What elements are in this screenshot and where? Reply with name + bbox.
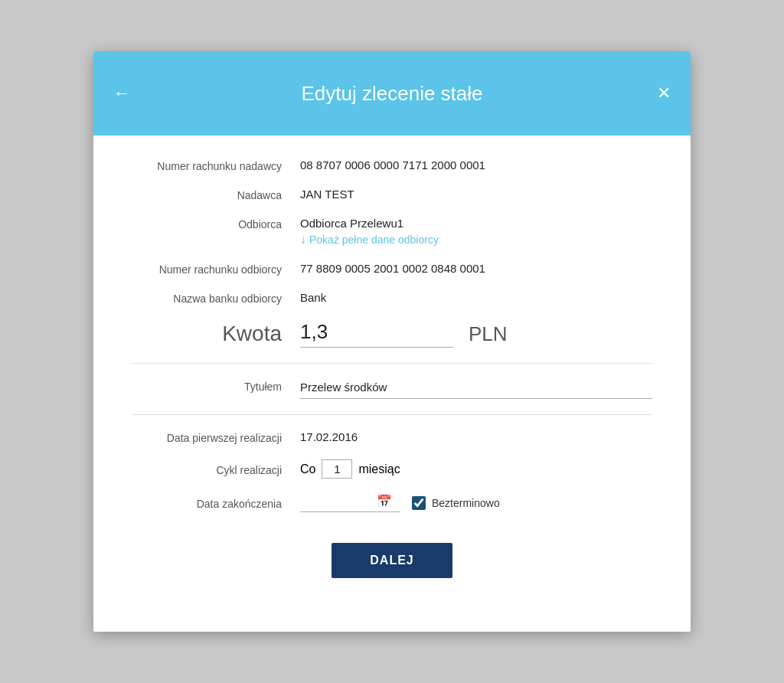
row-cykl-realizacji: Cykl realizacji Co miesiąc bbox=[132, 459, 652, 479]
modal-title: Edytuj zlecenie stałe bbox=[301, 82, 482, 106]
separator-kwota bbox=[132, 363, 652, 364]
nadawca-label: Nadawca bbox=[132, 188, 300, 201]
pokaz-pelne-dane-label: Pokaż pełne dane odbiorcy bbox=[309, 234, 439, 246]
row-numer-rachunku-odbiorcy: Numer rachunku odbiorcy 77 8809 0005 200… bbox=[132, 262, 652, 276]
data-pierwszej-realizacji-label: Data pierwszej realizacji bbox=[132, 430, 300, 444]
numer-rachunku-nadawcy-label: Numer rachunku nadawcy bbox=[132, 158, 300, 172]
tytul-label: Tytułem bbox=[132, 379, 300, 393]
bezterminowo-checkbox[interactable] bbox=[412, 496, 426, 510]
kwota-input[interactable] bbox=[300, 320, 453, 348]
back-button[interactable]: ← bbox=[107, 82, 136, 105]
nadawca-value: JAN TEST bbox=[300, 188, 652, 201]
numer-rachunku-odbiorcy-value: 77 8809 0005 2001 0002 0848 0001 bbox=[300, 262, 652, 275]
row-nadawca: Nadawca JAN TEST bbox=[132, 188, 652, 201]
row-data-pierwszej-realizacji: Data pierwszej realizacji 17.02.2016 bbox=[132, 430, 652, 444]
odbiorca-value: Odbiorca Przelewu1 bbox=[300, 217, 652, 230]
numer-rachunku-odbiorcy-label: Numer rachunku odbiorcy bbox=[132, 262, 300, 276]
row-odbiorca: Odbiorca Odbiorca Przelewu1 ↓ Pokaż pełn… bbox=[132, 217, 652, 247]
cykl-value-input[interactable] bbox=[322, 459, 352, 479]
cykl-realizacji-label: Cykl realizacji bbox=[132, 462, 300, 476]
data-zakonczenia-label: Data zakończenia bbox=[132, 496, 300, 510]
modal-dialog: ← Edytuj zlecenie stałe ✕ Numer rachunku… bbox=[93, 51, 691, 632]
modal-header: ← Edytuj zlecenie stałe ✕ bbox=[93, 51, 691, 136]
row-nazwa-banku-odbiorcy: Nazwa banku odbiorcy Bank bbox=[132, 291, 652, 305]
dalej-button[interactable]: DALEJ bbox=[332, 543, 452, 578]
arrow-down-icon: ↓ bbox=[300, 233, 306, 247]
nazwa-banku-odbiorcy-value: Bank bbox=[300, 291, 652, 304]
data-pierwszej-realizacji-value: 17.02.2016 bbox=[300, 430, 652, 443]
calendar-input-wrapper: 📅 bbox=[300, 494, 400, 512]
bezterminowo-wrapper: Bezterminowo bbox=[412, 496, 500, 510]
close-button[interactable]: ✕ bbox=[651, 82, 677, 105]
modal-overlay: ← Edytuj zlecenie stałe ✕ Numer rachunku… bbox=[0, 0, 784, 683]
pokaz-pelne-dane-link[interactable]: ↓ Pokaż pełne dane odbiorcy bbox=[300, 233, 652, 247]
cykl-co-text: Co bbox=[300, 462, 315, 476]
calendar-icon[interactable]: 📅 bbox=[377, 494, 392, 508]
kwota-label: Kwota bbox=[132, 322, 300, 346]
cykl-jednostka-text: miesiąc bbox=[358, 462, 400, 476]
row-data-zakonczenia: Data zakończenia 📅 Bezterminowo bbox=[132, 494, 652, 512]
nazwa-banku-odbiorcy-label: Nazwa banku odbiorcy bbox=[132, 291, 300, 305]
odbiorca-label: Odbiorca bbox=[132, 217, 300, 230]
row-tytul: Tytułem bbox=[132, 379, 652, 399]
row-numer-rachunku-nadawcy: Numer rachunku nadawcy 08 8707 0006 0000… bbox=[132, 158, 652, 172]
kwota-input-wrapper: PLN bbox=[300, 320, 652, 348]
numer-rachunku-nadawcy-value: 08 8707 0006 0000 7171 2000 0001 bbox=[300, 158, 652, 172]
separator-tytul bbox=[132, 414, 652, 415]
row-kwota: Kwota PLN bbox=[132, 320, 652, 348]
tytul-input[interactable] bbox=[300, 379, 652, 399]
data-zakonczenia-input[interactable] bbox=[300, 495, 377, 508]
kwota-currency: PLN bbox=[469, 322, 508, 346]
bezterminowo-label: Bezterminowo bbox=[432, 497, 500, 509]
modal-body: Numer rachunku nadawcy 08 8707 0006 0000… bbox=[93, 136, 691, 632]
modal-footer: DALEJ bbox=[132, 535, 652, 601]
